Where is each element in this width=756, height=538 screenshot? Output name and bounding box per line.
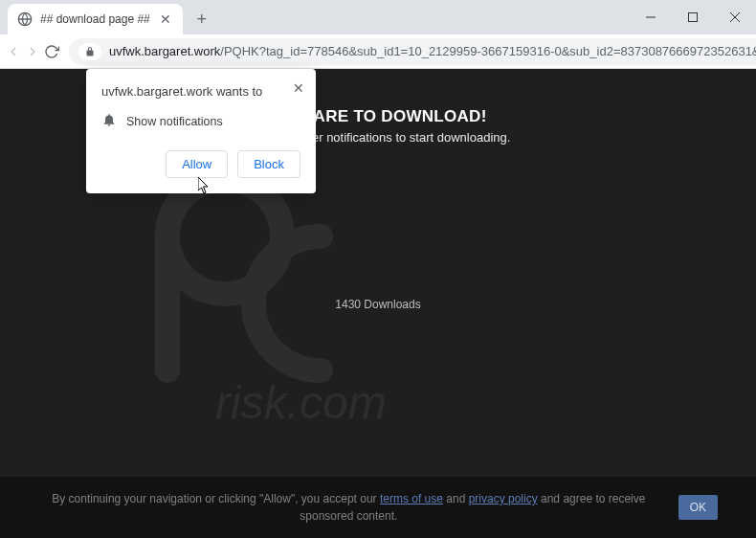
privacy-link[interactable]: privacy policy xyxy=(469,492,538,505)
window-controls xyxy=(630,0,756,34)
new-tab-button[interactable]: + xyxy=(189,6,215,33)
svg-text:risk.com: risk.com xyxy=(215,377,387,428)
consent-text: By continuing your navigation or clickin… xyxy=(38,490,659,525)
block-button[interactable]: Block xyxy=(237,150,300,178)
tab-title: ## download page ## xyxy=(40,12,150,26)
permission-popup: uvfwk.bargaret.work wants to ✕ Show noti… xyxy=(86,69,316,193)
globe-icon xyxy=(17,11,33,27)
downloads-count: 1430 Downloads xyxy=(0,298,756,311)
svg-rect-2 xyxy=(689,13,698,22)
bell-icon xyxy=(101,112,117,131)
permission-option-label: Show notifications xyxy=(126,115,223,128)
permission-option: Show notifications xyxy=(101,112,300,131)
forward-button[interactable] xyxy=(25,38,40,65)
minimize-button[interactable] xyxy=(630,0,672,34)
browser-tab[interactable]: ## download page ## ✕ xyxy=(8,4,183,34)
consent-ok-button[interactable]: OK xyxy=(678,495,718,520)
maximize-button[interactable] xyxy=(672,0,714,34)
close-icon[interactable]: ✕ xyxy=(293,80,304,96)
close-icon[interactable]: ✕ xyxy=(158,10,173,29)
back-button[interactable] xyxy=(6,38,21,65)
url-text: uvfwk.bargaret.work/PQHK?tag_id=778546&s… xyxy=(109,44,756,58)
titlebar: ## download page ## ✕ + xyxy=(0,0,756,34)
address-bar[interactable]: uvfwk.bargaret.work/PQHK?tag_id=778546&s… xyxy=(69,38,756,65)
reload-button[interactable] xyxy=(44,38,59,65)
permission-title: uvfwk.bargaret.work wants to xyxy=(101,84,300,99)
lock-icon[interactable] xyxy=(78,43,101,60)
allow-button[interactable]: Allow xyxy=(166,150,228,178)
toolbar: uvfwk.bargaret.work/PQHK?tag_id=778546&s… xyxy=(0,34,756,69)
consent-bar: By continuing your navigation or clickin… xyxy=(0,477,756,538)
terms-link[interactable]: terms of use xyxy=(380,492,443,505)
close-window-button[interactable] xyxy=(714,0,756,34)
